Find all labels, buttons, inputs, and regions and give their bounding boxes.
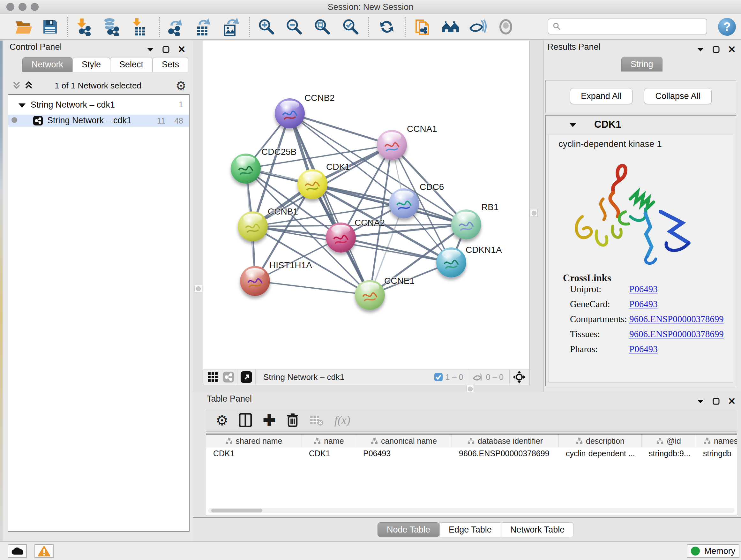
zoom-fit-button[interactable]	[313, 17, 332, 36]
table-cell[interactable]: CDK1	[302, 447, 356, 459]
warnings-button[interactable]	[35, 544, 54, 558]
panel-float-icon[interactable]	[162, 46, 170, 53]
tab-select[interactable]: Select	[110, 57, 152, 72]
tab-network-table[interactable]: Network Table	[501, 522, 574, 537]
export-table-button[interactable]	[193, 17, 212, 36]
network-row-selected[interactable]: String Network – cdk1 11 48	[8, 115, 189, 127]
save-session-button[interactable]	[41, 17, 59, 36]
column-header-canonical-name[interactable]: canonical name	[356, 435, 452, 447]
network-share-icon[interactable]	[223, 372, 234, 382]
tab-network[interactable]: Network	[22, 57, 72, 72]
panel-menu-chevron-icon[interactable]	[697, 399, 704, 404]
tab-sets[interactable]: Sets	[152, 57, 188, 72]
hidden-eye-icon[interactable]	[472, 373, 483, 381]
cloud-status-button[interactable]	[8, 544, 27, 558]
node-table[interactable]: shared namenamecanonical namedatabase id…	[206, 434, 737, 515]
grid-view-icon[interactable]	[208, 372, 218, 382]
import-network-file-button[interactable]	[74, 17, 92, 36]
create-column-plus-icon[interactable]: ✚	[263, 411, 275, 429]
network-canvas[interactable]: CCNB2CCNA1CDC25BCDK1CDC6RB1CCNB1CCNA2CDK…	[203, 41, 530, 369]
birds-eye-crosshair-icon[interactable]	[513, 371, 526, 383]
node-cdkn1a[interactable]	[436, 247, 466, 277]
right-splitter-handle[interactable]	[530, 209, 538, 217]
collapse-all-button[interactable]: Collapse All	[644, 88, 712, 104]
network-edge[interactable]	[290, 113, 392, 145]
zoom-in-button[interactable]	[257, 17, 276, 36]
column-header-database-identifier[interactable]: database identifier	[452, 435, 559, 447]
column-header-shared-name[interactable]: shared name	[206, 435, 302, 447]
node-ccna2[interactable]	[326, 223, 356, 253]
hide-selected-button[interactable]	[468, 17, 487, 36]
node-ccne1[interactable]	[355, 280, 385, 310]
export-image-button[interactable]	[221, 17, 240, 36]
panel-float-icon[interactable]	[713, 398, 720, 405]
node-hist1h1a[interactable]	[240, 266, 270, 296]
tab-node-table[interactable]: Node Table	[378, 522, 440, 537]
delete-column-trash-icon[interactable]	[286, 413, 299, 428]
export-network-button[interactable]	[166, 17, 185, 36]
zoom-out-button[interactable]	[285, 17, 304, 36]
column-header--id[interactable]: @id	[642, 435, 696, 447]
panel-menu-chevron-icon[interactable]	[697, 47, 704, 52]
crosslink-link[interactable]: P06493	[629, 299, 658, 309]
open-session-button[interactable]	[15, 17, 33, 36]
column-header-namespace[interactable]: namespace	[696, 435, 737, 447]
import-table-button[interactable]	[130, 17, 149, 36]
tab-style[interactable]: Style	[72, 57, 110, 72]
gene-header-row[interactable]: CDK1	[546, 116, 736, 133]
apply-style-refresh-button[interactable]	[378, 17, 396, 36]
tab-string[interactable]: String	[621, 57, 663, 71]
panel-close-icon[interactable]: ✕	[728, 44, 736, 55]
node-ccnb2[interactable]	[275, 98, 305, 128]
table-cell[interactable]: stringdb	[696, 447, 737, 459]
crosslink-link[interactable]: 9606.ENSP00000378699	[629, 314, 724, 324]
panel-menu-chevron-icon[interactable]	[146, 47, 154, 52]
show-columns-icon[interactable]	[239, 413, 252, 427]
first-neighbors-button[interactable]	[441, 17, 460, 36]
panel-close-icon[interactable]: ✕	[178, 44, 186, 55]
show-all-button[interactable]	[496, 17, 515, 36]
search-input[interactable]	[564, 22, 706, 31]
horizontal-splitter-handle[interactable]	[466, 385, 474, 393]
expand-all-button[interactable]: Expand All	[570, 88, 632, 104]
tab-edge-table[interactable]: Edge Table	[440, 522, 501, 537]
table-cell[interactable]: 9606.ENSP00000378699	[452, 447, 559, 459]
table-cell[interactable]: P06493	[356, 447, 452, 459]
column-header-description[interactable]: description	[559, 435, 642, 447]
panel-close-icon[interactable]: ✕	[728, 395, 736, 407]
help-button[interactable]: ?	[718, 18, 736, 36]
table-row[interactable]: CDK1CDK1P064939606.ENSP00000378699cyclin…	[206, 447, 737, 459]
node-cdc6[interactable]	[389, 188, 419, 219]
tree-expander-icon[interactable]	[18, 103, 26, 108]
node-cdk1[interactable]	[297, 169, 327, 199]
gear-icon[interactable]: ⚙	[176, 79, 186, 93]
network-collection-row[interactable]: String Network – cdk1 1	[8, 100, 189, 111]
import-network-from-database-button[interactable]	[102, 17, 120, 36]
scrollbar-thumb[interactable]	[211, 509, 262, 512]
open-in-window-icon[interactable]	[241, 371, 252, 383]
delete-table-icon[interactable]	[310, 415, 324, 426]
table-cell[interactable]: stringdb:9...	[642, 447, 696, 459]
zoom-selected-button[interactable]	[341, 17, 360, 36]
node-ccna1[interactable]	[377, 130, 407, 160]
crosslink-link[interactable]: 9606.ENSP00000378699	[629, 329, 724, 339]
zoom-in-icon	[258, 18, 275, 36]
crosslink-link[interactable]: P06493	[629, 344, 658, 354]
selected-checkbox-icon[interactable]	[434, 373, 443, 381]
table-cell[interactable]: cyclin-dependent ...	[559, 447, 642, 459]
network-edge[interactable]	[255, 281, 370, 295]
table-cell[interactable]: CDK1	[206, 447, 302, 459]
left-splitter-handle[interactable]	[194, 285, 202, 293]
clone-network-button[interactable]	[414, 17, 432, 36]
memory-button[interactable]: Memory	[687, 544, 739, 558]
panel-float-icon[interactable]	[713, 46, 720, 53]
section-expander-icon[interactable]	[569, 122, 577, 128]
node-ccnb1[interactable]	[238, 211, 268, 241]
table-settings-gear-icon[interactable]: ⚙	[216, 412, 228, 428]
node-rb1[interactable]	[451, 209, 481, 240]
column-header-name[interactable]: name	[302, 435, 356, 447]
function-builder-fx-icon[interactable]: f(x)	[334, 414, 350, 427]
crosslink-link[interactable]: P06493	[629, 284, 658, 294]
node-cdc25b[interactable]	[231, 153, 261, 184]
table-horizontal-scrollbar[interactable]	[208, 508, 735, 513]
